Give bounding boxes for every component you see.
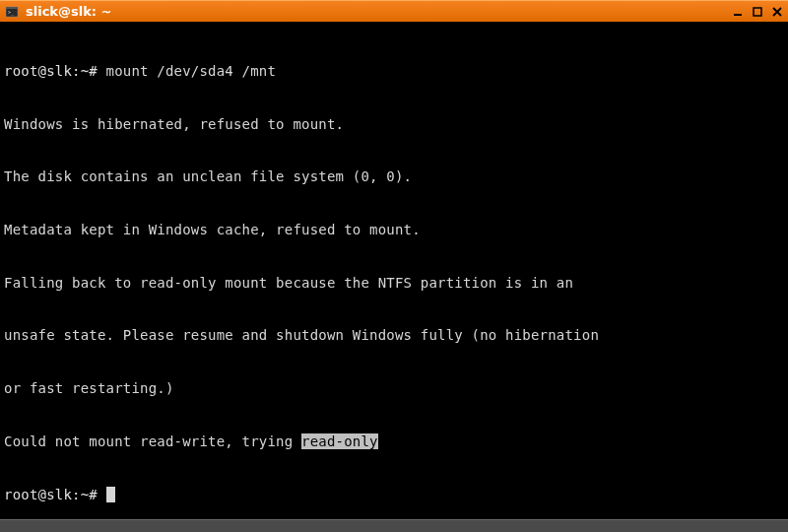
- command-text: mount /dev/sda4 /mnt: [98, 63, 276, 79]
- output-line: The disk contains an unclean file system…: [4, 168, 784, 186]
- window-controls: [731, 5, 784, 19]
- window-title: slick@slk: ~: [26, 4, 725, 19]
- close-button[interactable]: [770, 5, 784, 19]
- output-line: Could not mount read-write, trying read-…: [4, 433, 784, 451]
- titlebar[interactable]: >_ slick@slk: ~: [0, 0, 788, 22]
- svg-text:>_: >_: [8, 9, 15, 16]
- prompt-path: :~#: [72, 487, 98, 502]
- prompt-path: :~#: [72, 63, 98, 79]
- prompt-spacer: [98, 487, 106, 502]
- output-line: Falling back to read-only mount because …: [4, 275, 784, 293]
- output-line: Metadata kept in Windows cache, refused …: [4, 222, 784, 239]
- prompt-user: root@slk: [4, 487, 72, 502]
- terminal-icon: >_: [4, 4, 20, 20]
- svg-rect-3: [734, 14, 742, 16]
- minimize-button[interactable]: [731, 5, 745, 19]
- terminal-body[interactable]: root@slk:~# mount /dev/sda4 /mnt Windows…: [0, 22, 788, 519]
- prompt-line-1: root@slk:~# mount /dev/sda4 /mnt: [4, 63, 784, 81]
- highlighted-text: read-only: [301, 433, 378, 449]
- prompt-line-2: root@slk:~#: [4, 487, 784, 504]
- output-text: Could not mount read-write, trying: [4, 433, 301, 449]
- output-line: Windows is hibernated, refused to mount.: [4, 116, 784, 134]
- taskbar[interactable]: [0, 519, 788, 532]
- output-line: or fast restarting.): [4, 380, 784, 398]
- output-line: unsafe state. Please resume and shutdown…: [4, 327, 784, 345]
- maximize-button[interactable]: [751, 5, 764, 19]
- prompt-user: root@slk: [4, 63, 72, 79]
- terminal-window: >_ slick@slk: ~ root@slk:~# mount /dev/s…: [0, 0, 788, 532]
- svg-rect-4: [754, 8, 761, 16]
- cursor-block: [106, 487, 115, 502]
